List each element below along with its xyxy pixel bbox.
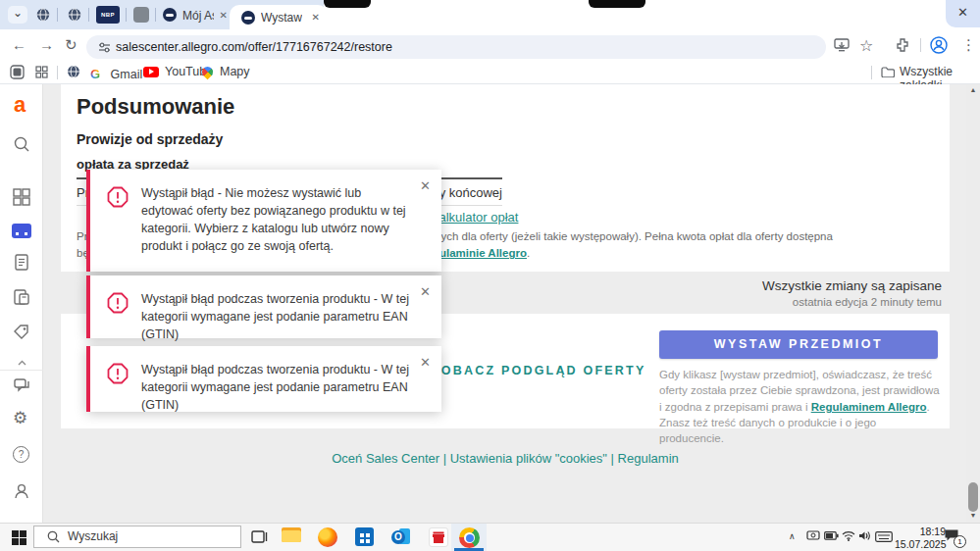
tab-separator <box>57 8 58 22</box>
url-text[interactable]: salescenter.allegro.com/offer/1771676724… <box>116 35 392 59</box>
allegro-terms-link[interactable]: Regulaminem Allegro <box>811 401 927 413</box>
footer-separator: | <box>611 451 614 466</box>
chrome-icon[interactable] <box>459 527 479 547</box>
toast-message: Wystąpił błąd - Nie możesz wystawić lub … <box>141 184 410 256</box>
pinned-tab-globe-icon[interactable] <box>68 8 81 22</box>
tab-separator <box>88 8 89 22</box>
scrollbar-down-icon[interactable]: ▼ <box>966 512 980 519</box>
footer-separator: | <box>443 451 446 466</box>
scrollbar-up-icon[interactable]: ▲ <box>966 86 980 93</box>
scrollbar-thumb[interactable] <box>968 482 978 512</box>
file-explorer-icon[interactable] <box>282 527 301 547</box>
reload-icon[interactable]: ↻ <box>65 36 77 54</box>
terms-link[interactable]: Regulamin <box>618 451 679 466</box>
allegro-favicon <box>241 11 255 25</box>
tray-chevron-icon[interactable]: ∧ <box>789 531 796 541</box>
notification-count-badge: 1 <box>954 535 966 548</box>
apps-grid-icon[interactable] <box>35 66 48 78</box>
side-panel-icon[interactable] <box>10 65 25 79</box>
error-icon <box>107 186 129 208</box>
fee-calculator-link[interactable]: kalkulator opłat <box>433 210 518 225</box>
pinned-tab-gray-icon[interactable] <box>133 7 149 23</box>
dashboard-grid-icon[interactable] <box>13 188 30 206</box>
install-app-icon[interactable] <box>834 38 850 52</box>
taskbar-search-box[interactable]: Wyszukaj <box>33 526 241 548</box>
tab-strip-empty-area <box>324 0 980 29</box>
billing-document-icon[interactable] <box>13 288 30 306</box>
tab-separator <box>126 8 127 22</box>
page-scrollbar[interactable] <box>966 84 980 523</box>
offers-nav-icon-active[interactable] <box>12 224 31 238</box>
search-icon[interactable] <box>13 135 30 153</box>
page-title: Podsumowanie <box>77 94 234 120</box>
tray-display-icon[interactable] <box>806 530 820 542</box>
bookmark-gmail[interactable]: G Gmail <box>90 65 142 82</box>
browser-menu-icon[interactable]: ⋮ <box>961 36 976 54</box>
error-icon <box>107 363 129 384</box>
close-icon[interactable]: ✕ <box>420 284 431 299</box>
tray-battery-icon[interactable] <box>824 531 839 540</box>
promo-tag-icon[interactable] <box>13 324 30 341</box>
orders-clipboard-icon[interactable] <box>13 253 30 271</box>
profile-avatar-icon[interactable] <box>930 36 948 54</box>
messages-chat-icon[interactable] <box>13 377 30 395</box>
tab-label: Mój Aso <box>182 9 214 23</box>
tray-keyboard-icon[interactable] <box>875 531 893 542</box>
tray-clock[interactable]: 18:19 15.07.2025 <box>895 526 946 551</box>
tab-close-icon[interactable]: ✕ <box>220 9 228 23</box>
page-footer: Oceń Sales Center | Ustawienia plików "c… <box>49 451 961 466</box>
rate-salescenter-link[interactable]: Oceń Sales Center <box>332 451 439 466</box>
tray-wifi-icon[interactable] <box>842 530 855 541</box>
bookmark-maps[interactable]: Mapy <box>202 65 250 78</box>
extensions-icon[interactable] <box>895 37 910 53</box>
site-settings-icon[interactable] <box>98 41 111 54</box>
bookmark-label: Gmail <box>111 68 143 81</box>
gift-app-icon[interactable] <box>429 527 448 547</box>
toast-message: Wystąpił błąd podczas tworzenia produktu… <box>141 361 410 414</box>
screen: ✕ ⌄ NBP Mój Aso ✕ Wystaw ✕ ← → ↻ salesce… <box>0 0 980 551</box>
tray-time: 18:19 <box>895 526 946 538</box>
tray-date: 15.07.2025 <box>895 538 946 551</box>
folder-icon <box>881 67 895 77</box>
search-icon <box>47 530 60 543</box>
scroll-up-chevron-icon[interactable] <box>18 360 26 366</box>
task-view-icon[interactable] <box>251 529 268 544</box>
toolbar-separator <box>920 38 921 52</box>
bookmark-globe-icon[interactable] <box>67 65 80 78</box>
pinned-tab-nbp-icon[interactable]: NBP <box>96 6 120 24</box>
submit-offer-button[interactable]: WYSTAW PRZEDMIOT <box>659 330 938 359</box>
background-window-edge <box>324 0 371 8</box>
tab-wystaw-active[interactable]: Wystaw ✕ <box>230 5 328 29</box>
toast-message: Wystąpił błąd podczas tworzenia produktu… <box>141 290 410 343</box>
help-icon[interactable]: ? <box>13 446 29 463</box>
start-button[interactable] <box>12 530 26 545</box>
submit-disclaimer: Gdy klikasz [wystaw przedmiot], oświadcz… <box>659 367 942 447</box>
forward-icon[interactable]: → <box>39 36 54 53</box>
firefox-icon[interactable] <box>318 527 337 547</box>
back-icon[interactable]: ← <box>12 36 26 53</box>
maps-pin-icon <box>200 64 216 79</box>
tray-volume-icon[interactable] <box>858 530 871 541</box>
settings-gear-icon[interactable]: ⚙ <box>13 410 27 426</box>
sidebar-divider <box>0 370 43 371</box>
close-icon[interactable]: ✕ <box>420 178 431 193</box>
search-placeholder: Wyszukaj <box>68 526 118 547</box>
bookmark-label: Mapy <box>220 65 250 78</box>
preview-offer-button[interactable]: ZOBACZ PODGLĄD OFERTY <box>432 364 645 377</box>
bookmark-star-icon[interactable]: ☆ <box>859 36 873 55</box>
error-toast: Wystąpił błąd podczas tworzenia produktu… <box>86 346 441 412</box>
autosave-timestamp: ostatnia edycja 2 minuty temu <box>589 296 942 308</box>
pinned-tab-globe-icon[interactable] <box>36 8 50 22</box>
error-icon <box>107 292 129 314</box>
cookies-settings-link[interactable]: Ustawienia plików "cookies" <box>450 451 607 466</box>
tab-search-button[interactable]: ⌄ <box>8 6 27 24</box>
close-icon[interactable]: ✕ <box>420 355 431 370</box>
tab-moj-asortyment[interactable]: Mój Aso ✕ <box>161 6 228 25</box>
microsoft-store-icon[interactable] <box>355 527 375 547</box>
google-g-icon: G <box>90 67 100 81</box>
tab-close-icon[interactable]: ✕ <box>312 11 320 25</box>
allegro-logo[interactable]: a <box>14 92 26 118</box>
outlook-icon[interactable]: O <box>391 527 411 547</box>
window-close-button[interactable]: ✕ <box>946 0 980 27</box>
account-person-icon[interactable] <box>13 482 30 500</box>
